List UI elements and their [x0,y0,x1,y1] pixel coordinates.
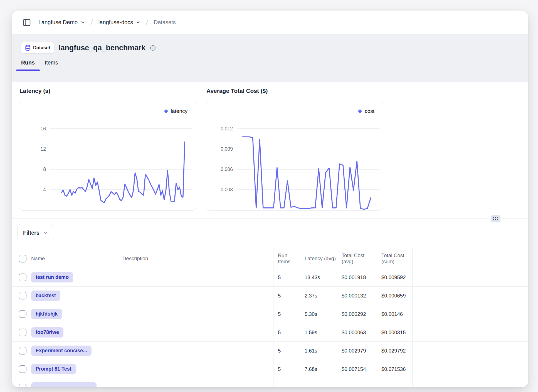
legend-dot-icon [164,110,168,113]
y-tick-label: 0.003 [221,187,233,192]
row-checkbox[interactable] [19,384,26,387]
tab-runs[interactable]: Runs [16,59,40,71]
run-latency-avg: 2.37s [300,287,337,305]
tab-items[interactable]: Items [40,59,63,71]
cost-chart-card: 0.0120.0090.0060.003 cost [206,101,383,211]
chevron-down-icon [136,20,140,25]
run-name-pill[interactable]: test run demo [31,272,73,283]
run-items-count: 5 [273,360,300,378]
latency-chart-block: Latency (s) 161284 latency [19,87,196,211]
run-description [115,323,273,341]
run-latency-avg: 1.61s [300,342,337,360]
breadcrumb-separator: / [145,18,150,27]
run-latency-avg: 7.68s [300,360,337,378]
panel-left-icon [22,18,31,27]
app-window: Langfuse Demo / langfuse-docs / Datasets… [12,11,528,387]
y-tick-label: 0.009 [221,146,233,152]
dataset-badge: Dataset [21,42,54,53]
row-checkbox[interactable] [19,329,26,336]
breadcrumb-project[interactable]: Langfuse Demo [38,19,85,26]
select-all-checkbox[interactable] [19,255,26,262]
run-total-cost-sum: $0.071536 [377,360,412,378]
cost-chart: 0.0120.0090.0060.003 [206,101,383,210]
run-name-pill[interactable]: foo78riwe [31,327,63,338]
sidebar-toggle-button[interactable] [21,17,32,28]
latency-legend: latency [164,108,187,114]
run-latency-avg: 1.59s [300,323,337,341]
column-header-name[interactable]: Name [31,249,115,268]
cost-chart-block: Average Total Cost ($) 0.0120.0090.0060.… [206,87,383,211]
table-row: Prompt 81 Test 5 7.68s $0.007154 $0.0715… [12,360,528,378]
run-total-cost-avg: $0.000132 [337,287,377,305]
drag-handle[interactable] [491,215,500,222]
column-header-description[interactable]: Description [115,249,273,268]
run-items-count: 5 [273,342,300,360]
run-total-cost-avg: $0.001918 [337,268,377,286]
breadcrumb: Langfuse Demo / langfuse-docs / Datasets [12,11,528,34]
section-divider [12,219,528,219]
run-description [115,305,273,323]
run-name-pill[interactable]: backtest [31,291,60,301]
row-checkbox[interactable] [19,310,26,318]
column-header-run-items[interactable]: Run Items [273,249,300,268]
chevron-down-icon [80,20,85,25]
latency-legend-label: latency [171,108,187,114]
tab-bar: Runs Items [16,59,519,71]
table-row: backtest 5 2.37s $0.000132 $0.000659 [12,287,528,305]
cost-legend-label: cost [365,108,374,114]
run-name-pill[interactable] [31,382,97,387]
run-items-count: 5 [273,287,300,305]
run-description [115,268,273,286]
run-total-cost-sum: $0.000659 [377,287,412,305]
run-items-count: 5 [273,323,300,341]
row-checkbox[interactable] [19,274,26,281]
table-row: Experiment concise... 5 1.61s $0.002979 … [12,342,528,360]
filters-button[interactable]: Filters [17,224,54,241]
run-items-count: 5 [273,305,300,323]
run-items-count: 5 [273,268,300,286]
chevron-down-icon [43,230,48,235]
column-header-total-cost-avg[interactable]: Total Cost (avg) [337,249,377,268]
info-button[interactable] [150,45,156,51]
table-row: test run demo 5 13.43s $0.001918 $0.0095… [12,268,528,287]
run-description [115,287,273,305]
y-tick-label: 0.006 [221,167,233,172]
breadcrumb-project-label: Langfuse Demo [38,19,78,26]
breadcrumb-item[interactable]: langfuse-docs [98,19,141,26]
column-header-latency-avg[interactable]: Latency (avg) [300,249,337,268]
dataset-badge-label: Dataset [33,45,50,51]
row-checkbox[interactable] [19,365,26,373]
run-name-pill[interactable]: hjkfdshjk [31,309,62,319]
breadcrumb-page[interactable]: Datasets [154,19,176,26]
charts-section: Latency (s) 161284 latency Average Total… [12,82,528,219]
page-header: Dataset langfuse_qa_benchmark Runs Items [12,34,528,82]
legend-dot-icon [358,110,362,113]
breadcrumb-separator: / [89,18,95,27]
latency-chart: 161284 [19,101,196,210]
y-tick-label: 0.012 [221,126,233,132]
latency-chart-card: 161284 latency [19,101,196,211]
row-checkbox[interactable] [19,292,26,299]
cost-line [242,137,371,209]
column-header-total-cost-sum[interactable]: Total Cost (sum) [377,249,412,268]
run-description [115,360,273,378]
run-name-pill[interactable]: Prompt 81 Test [31,364,76,374]
run-total-cost-avg: $0.002979 [337,342,377,360]
latency-chart-title: Latency (s) [19,87,196,95]
table-row-partial [12,378,528,387]
filters-row: Filters [12,219,528,249]
grip-dots-icon [493,217,498,220]
row-checkbox[interactable] [19,347,26,354]
run-description [115,342,273,360]
run-total-cost-sum: $0.00146 [377,305,412,323]
run-total-cost-sum: $0.009592 [377,268,412,286]
run-latency-avg: 5.30s [300,305,337,323]
cost-legend: cost [358,108,374,114]
table-header-row: Name Description Run Items Latency (avg)… [12,249,528,268]
breadcrumb-item-label: langfuse-docs [98,19,133,26]
database-icon [25,45,31,51]
page-title: langfuse_qa_benchmark [58,44,145,52]
run-name-pill[interactable]: Experiment concise... [31,346,92,356]
y-tick-label: 12 [41,146,46,152]
run-total-cost-avg: $0.000063 [337,323,377,341]
